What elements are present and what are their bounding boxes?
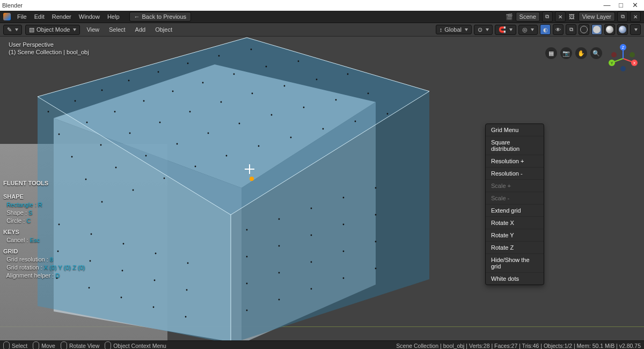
- app-title: Blender: [2, 2, 23, 9]
- topbar: File Edit Render Window Help ← Back to P…: [0, 11, 644, 23]
- nav-camera-icon[interactable]: 📷: [560, 47, 572, 59]
- shape-hdr: SHAPE: [3, 193, 85, 201]
- menu-file[interactable]: File: [14, 13, 30, 20]
- ctx-item-3[interactable]: Resolution -: [486, 168, 544, 180]
- ctx-item-5: Scale -: [486, 192, 544, 205]
- scene-selector[interactable]: Scene: [516, 12, 540, 21]
- shading-material-button[interactable]: [604, 24, 615, 35]
- scene-delete-button[interactable]: ✕: [555, 11, 566, 22]
- nav-zoom-icon[interactable]: 🔍: [590, 47, 602, 59]
- shading-solid-button[interactable]: [591, 24, 602, 35]
- grid-resolution: Grid resolution : 8: [3, 256, 85, 264]
- axis-x-label: X: [633, 61, 636, 65]
- overlay-info: User Perspective (1) Scene Collection | …: [9, 41, 89, 56]
- viewport-3d[interactable]: User Perspective (1) Scene Collection | …: [0, 37, 644, 340]
- axis-gizmo[interactable]: Z Y X: [609, 44, 638, 73]
- menu-object[interactable]: Object: [152, 26, 175, 33]
- shape-rectangle: Rectangle : R: [3, 201, 85, 209]
- viewlayer-delete-button[interactable]: ✕: [630, 11, 641, 22]
- nav-gizmo-buttons: ▦ 📷 ✋ 🔍: [545, 47, 602, 59]
- status-select: Select: [3, 341, 27, 349]
- svg-point-96: [611, 52, 617, 57]
- ctx-item-7[interactable]: Rotate X: [486, 217, 544, 229]
- ctx-item-10[interactable]: Hide/Show the grid: [486, 254, 544, 273]
- menu-render[interactable]: Render: [49, 13, 75, 20]
- overlay-toggle[interactable]: 👁: [553, 24, 564, 35]
- window-titlebar: Blender — □ ✕: [0, 0, 644, 11]
- grid-hdr: GRID: [3, 248, 85, 256]
- menu-select[interactable]: Select: [106, 26, 129, 33]
- menu-edit[interactable]: Edit: [31, 13, 48, 20]
- ctx-item-11[interactable]: White dots: [486, 273, 544, 285]
- menu-view[interactable]: View: [83, 26, 103, 33]
- shading-wire-button[interactable]: [579, 24, 589, 35]
- xray-toggle[interactable]: ⧉: [566, 24, 576, 35]
- window-maximize-button[interactable]: □: [614, 0, 628, 11]
- status-move: Move: [33, 341, 55, 349]
- window-close-button[interactable]: ✕: [628, 0, 642, 11]
- ctx-item-9[interactable]: Rotate Z: [486, 242, 544, 254]
- fluent-title: FLUENT TOOLS: [3, 179, 85, 187]
- transform-orientation[interactable]: ↕ Global: [436, 25, 472, 34]
- tool-header: ✎ ▧ Object Mode View Select Add Object ↕…: [0, 23, 644, 37]
- shading-dropdown[interactable]: [630, 24, 641, 35]
- ctx-item-6[interactable]: Extend grid: [486, 205, 544, 217]
- fluent-tools-overlay: FLUENT TOOLS SHAPE Rectangle : R Shape :…: [3, 176, 85, 280]
- grid-rotation: Grid rotation : X (0) Y (0) Z (0): [3, 264, 85, 272]
- scene-icon: 🎬: [505, 12, 514, 21]
- menu-window[interactable]: Window: [76, 13, 103, 20]
- blender-logo-icon[interactable]: [3, 13, 11, 20]
- menu-help[interactable]: Help: [104, 13, 123, 20]
- svg-point-97: [630, 52, 635, 57]
- viewlayer-icon: 🖼: [568, 12, 576, 21]
- grid-context-menu: Grid MenuSquare distributionResolution +…: [485, 123, 544, 285]
- perspective-label: User Perspective: [9, 41, 89, 48]
- shading-rendered-button[interactable]: [617, 24, 628, 35]
- shape-shape: Shape : S: [3, 209, 85, 217]
- svg-point-95: [620, 66, 626, 71]
- chevron-down-icon: [73, 28, 76, 31]
- cube-icon: ▧: [29, 26, 34, 33]
- keys-cancel: Cancel : Esc: [3, 236, 85, 244]
- mouse-icon: [105, 341, 111, 349]
- editor-type-button[interactable]: ✎: [3, 25, 22, 35]
- 3d-cursor-icon: [250, 177, 254, 181]
- back-label: Back to Previous: [142, 13, 187, 20]
- orientation-label: Global: [444, 26, 462, 33]
- back-to-previous-button[interactable]: ← Back to Previous: [129, 12, 192, 21]
- viewlayer-copy-button[interactable]: ⧉: [617, 11, 628, 22]
- status-stats: Scene Collection | bool_obj | Verts:28 |…: [396, 343, 641, 349]
- status-bar: Select Move Rotate View Object Context M…: [0, 340, 644, 349]
- mouse-icon: [61, 341, 67, 349]
- collection-path-label: (1) Scene Collection | bool_obj: [9, 48, 89, 56]
- status-rotate: Rotate View: [61, 341, 99, 349]
- grid-alignment: Alignment helper : D: [3, 272, 85, 280]
- scene-copy-button[interactable]: ⧉: [542, 11, 553, 22]
- keys-hdr: KEYS: [3, 228, 85, 236]
- mode-label: Object Mode: [36, 26, 70, 33]
- mouse-icon: [33, 341, 39, 349]
- window-minimize-button[interactable]: —: [600, 0, 614, 11]
- ctx-item-1[interactable]: Square distribution: [486, 136, 544, 155]
- ctx-item-0[interactable]: Grid Menu: [486, 124, 544, 136]
- shape-circle: Circle : C: [3, 217, 85, 225]
- axis-z-label: Z: [622, 46, 625, 49]
- mouse-icon: [3, 341, 10, 349]
- axis-y-label: Y: [611, 61, 613, 65]
- nav-hand-icon[interactable]: ✋: [575, 47, 587, 59]
- overlay-gizmos-button[interactable]: ◐: [540, 24, 551, 35]
- back-arrow-icon: ←: [134, 13, 140, 20]
- status-context: Object Context Menu: [105, 341, 166, 349]
- crosshair-icon: [245, 164, 254, 174]
- pivot-point[interactable]: ⊙: [474, 25, 493, 35]
- ctx-item-4: Scale +: [486, 180, 544, 192]
- viewlayer-selector[interactable]: View Layer: [579, 12, 615, 21]
- proportional-edit[interactable]: ◎: [518, 25, 538, 35]
- snap-toggle[interactable]: 🧲: [495, 25, 516, 35]
- mode-dropdown[interactable]: ▧ Object Mode: [25, 25, 80, 35]
- ctx-item-2[interactable]: Resolution +: [486, 155, 544, 168]
- nav-grid-icon[interactable]: ▦: [545, 47, 557, 59]
- menu-add[interactable]: Add: [132, 26, 149, 33]
- ctx-item-8[interactable]: Rotate Y: [486, 229, 544, 242]
